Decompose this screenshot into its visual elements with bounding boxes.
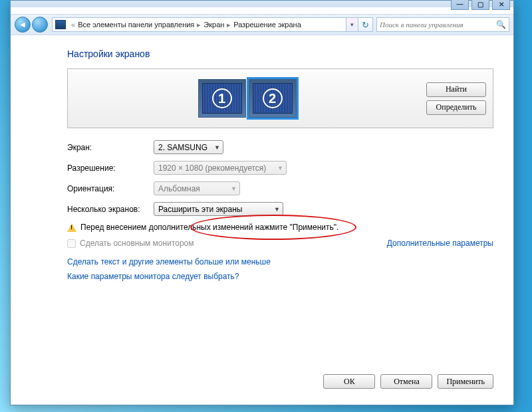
titlebar[interactable]: [11, 1, 513, 7]
chevron-icon: ▸: [227, 21, 231, 29]
apply-button[interactable]: Применить: [438, 374, 493, 389]
control-panel-icon: [55, 20, 66, 29]
resolution-label: Разрешение:: [67, 163, 154, 173]
refresh-button[interactable]: ↻: [358, 17, 373, 32]
breadcrumb-up: «: [71, 21, 75, 29]
find-button[interactable]: Найти: [426, 82, 486, 97]
chevron-down-icon: ▼: [277, 165, 283, 171]
minimize-button[interactable]: —: [451, 0, 469, 10]
warning-icon: [67, 223, 76, 232]
close-button[interactable]: ✕: [492, 0, 510, 10]
chevron-down-icon: ▼: [214, 144, 220, 151]
display-arrangement-panel: 1 2 Найти Определить: [67, 68, 493, 128]
screen-dropdown[interactable]: 2. SAMSUNG ▼: [154, 140, 223, 154]
page-heading: Настройки экранов: [67, 49, 493, 59]
multi-label: Несколько экранов:: [67, 205, 154, 214]
monitor-number: 1: [212, 88, 232, 108]
which-params-link[interactable]: Какие параметры монитора следует выбрать…: [67, 272, 239, 281]
chevron-icon: ▸: [197, 21, 201, 29]
maximize-button[interactable]: ▢: [471, 0, 489, 10]
monitor-layout[interactable]: 1 2: [68, 79, 426, 118]
search-input[interactable]: [380, 21, 496, 29]
chevron-down-icon: ▼: [231, 185, 237, 192]
chevron-down-icon: ▼: [274, 206, 280, 213]
identify-button[interactable]: Определить: [426, 100, 486, 115]
breadcrumb-seg-3[interactable]: Разрешение экрана: [233, 21, 301, 29]
monitor-number: 2: [263, 88, 283, 108]
address-dropdown[interactable]: ▾: [346, 17, 358, 32]
warning-row: Перед внесением дополнительных изменений…: [67, 223, 493, 232]
content-area: Настройки экранов 1 2 Найти Определить Э…: [11, 35, 513, 405]
screen-value: 2. SAMSUNG: [158, 143, 207, 152]
monitor-1[interactable]: 1: [198, 79, 246, 118]
nav-bar: ◄ « Все элементы панели управления ▸ Экр…: [11, 14, 513, 35]
resolution-dropdown[interactable]: 1920 × 1080 (рекомендуется) ▼: [154, 161, 287, 175]
nav-forward-button[interactable]: [32, 17, 48, 33]
address-bar[interactable]: « Все элементы панели управления ▸ Экран…: [52, 17, 346, 32]
warning-text: Перед внесением дополнительных изменений…: [80, 223, 338, 232]
dialog-buttons: ОК Отмена Применить: [323, 374, 493, 389]
control-panel-window: — ▢ ✕ ◄ « Все элементы панели управления…: [10, 0, 514, 405]
monitor-2[interactable]: 2: [249, 79, 297, 118]
window-controls: — ▢ ✕: [451, 0, 510, 10]
orientation-value: Альбомная: [158, 184, 200, 193]
resolution-value: 1920 × 1080 (рекомендуется): [158, 163, 266, 173]
multiple-displays-dropdown[interactable]: Расширить эти экраны ▼: [154, 202, 283, 216]
search-box[interactable]: 🔍: [376, 17, 509, 32]
cancel-button[interactable]: Отмена: [380, 374, 432, 389]
nav-back-button[interactable]: ◄: [15, 17, 31, 33]
orientation-label: Ориентация:: [67, 184, 154, 193]
make-primary-label: Сделать основным монитором: [80, 239, 194, 248]
orientation-dropdown[interactable]: Альбомная ▼: [154, 181, 240, 195]
search-icon: 🔍: [496, 20, 506, 29]
make-primary-checkbox: Сделать основным монитором: [67, 239, 194, 248]
text-size-link[interactable]: Сделать текст и другие элементы больше и…: [67, 257, 271, 266]
advanced-params-link[interactable]: Дополнительные параметры: [387, 239, 493, 248]
multi-value: Расширить эти экраны: [158, 205, 242, 214]
screen-label: Экран:: [67, 143, 154, 152]
breadcrumb-seg-2[interactable]: Экран: [203, 21, 224, 29]
ok-button[interactable]: ОК: [323, 374, 375, 389]
breadcrumb-seg-1[interactable]: Все элементы панели управления: [78, 21, 194, 29]
make-primary-input: [67, 239, 76, 248]
